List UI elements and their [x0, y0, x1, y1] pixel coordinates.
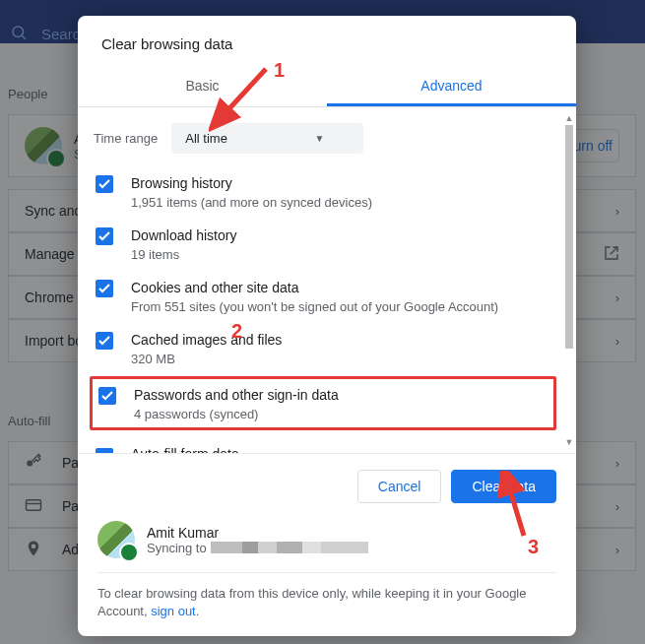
time-range-label: Time range: [94, 131, 158, 146]
item-title: Auto-fill form data: [131, 444, 550, 453]
cancel-button[interactable]: Cancel: [357, 470, 442, 503]
scrollbar[interactable]: ▲ ▼: [562, 111, 576, 449]
item-sub: 4 passwords (synced): [134, 407, 548, 421]
item-sub: 1,951 items (and more on synced devices): [131, 195, 550, 210]
item-autofill: Auto-fill form data: [90, 436, 556, 453]
time-range-value: All time: [185, 131, 227, 146]
item-cookies: Cookies and other site data From 551 sit…: [90, 270, 556, 322]
item-download-history: Download history 19 items: [90, 218, 556, 270]
chevron-down-icon: ▼: [314, 133, 324, 144]
profile-name: Amit Kumar: [147, 525, 368, 541]
avatar: [97, 521, 135, 558]
time-range-dropdown[interactable]: All time ▼: [171, 123, 363, 154]
clear-browsing-data-dialog: Clear browsing data Basic Advanced Time …: [78, 16, 576, 636]
checkbox-cookies[interactable]: [96, 280, 113, 297]
item-cached: Cached images and files 320 MB: [90, 322, 556, 374]
item-browsing-history: Browsing history 1,951 items (and more o…: [90, 165, 556, 218]
dialog-title: Clear browsing data: [78, 16, 576, 66]
tab-basic[interactable]: Basic: [78, 66, 327, 106]
checkbox-cached[interactable]: [96, 332, 113, 350]
dialog-content: Time range All time ▼ Browsing history 1…: [78, 107, 562, 453]
sign-out-link[interactable]: sign out: [151, 604, 196, 618]
item-title: Browsing history: [131, 173, 550, 193]
clear-data-button[interactable]: Clear data: [451, 470, 556, 503]
sync-label: Syncing to: [147, 541, 207, 555]
checkbox-download-history[interactable]: [96, 227, 113, 245]
item-title: Cached images and files: [131, 330, 550, 350]
item-passwords: Passwords and other sign-in data 4 passw…: [98, 385, 548, 421]
highlight-passwords: Passwords and other sign-in data 4 passw…: [90, 376, 556, 430]
sync-profile-row: Amit Kumar Syncing to: [97, 521, 556, 573]
item-title: Download history: [131, 225, 550, 245]
checkbox-browsing-history[interactable]: [96, 175, 113, 193]
sync-email-redacted: [211, 542, 368, 553]
item-sub: 320 MB: [131, 352, 550, 366]
item-sub: From 551 sites (you won't be signed out …: [131, 299, 550, 314]
checkbox-autofill[interactable]: [96, 448, 113, 453]
tab-advanced[interactable]: Advanced: [327, 66, 576, 106]
scroll-down-icon[interactable]: ▼: [562, 435, 576, 449]
note-post: .: [196, 604, 200, 618]
item-title: Cookies and other site data: [131, 278, 550, 297]
footer-note: To clear browsing data from this device …: [97, 585, 556, 620]
item-title: Passwords and other sign-in data: [134, 385, 548, 405]
scrollbar-thumb[interactable]: [565, 125, 573, 349]
scroll-up-icon[interactable]: ▲: [562, 111, 576, 125]
item-sub: 19 items: [131, 247, 550, 262]
checkbox-passwords[interactable]: [98, 387, 116, 405]
